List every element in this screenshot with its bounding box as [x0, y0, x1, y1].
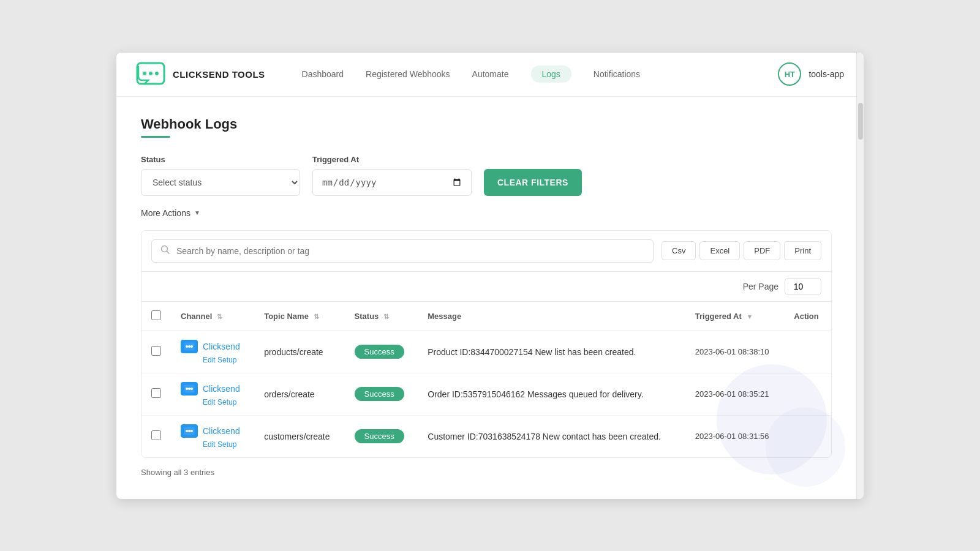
svg-point-17 — [190, 430, 193, 432]
svg-point-9 — [190, 345, 193, 348]
avatar[interactable]: HT — [778, 62, 801, 86]
more-actions-dropdown[interactable]: More Actions ▼ — [141, 208, 832, 218]
svg-point-3 — [155, 72, 159, 75]
row-topic-1: orders/create — [254, 373, 344, 415]
status-select[interactable]: Select status Success Failed — [141, 169, 300, 196]
svg-point-11 — [186, 388, 188, 390]
row-topic-0: products/create — [254, 331, 344, 373]
sort-triggered-icon[interactable]: ▼ — [746, 313, 753, 320]
table-row: Clicksend Edit Setup products/create Suc… — [141, 331, 831, 373]
select-all-checkbox[interactable] — [151, 310, 161, 320]
nav-webhooks[interactable]: Registered Webhooks — [366, 67, 450, 81]
sort-status-icon[interactable]: ⇅ — [383, 313, 389, 320]
per-page-label: Per Page — [743, 282, 778, 291]
date-input[interactable] — [312, 169, 472, 196]
table-toolbar: Csv Excel PDF Print — [141, 231, 831, 272]
table-row: Clicksend Edit Setup orders/create Succe… — [141, 373, 831, 415]
status-label: Status — [141, 155, 300, 164]
svg-point-1 — [143, 72, 146, 75]
nav-logs[interactable]: Logs — [531, 66, 571, 83]
sort-channel-icon[interactable]: ⇅ — [217, 313, 222, 320]
export-csv-button[interactable]: Csv — [662, 241, 696, 260]
row-triggered-1: 2023-06-01 08:35:21 — [685, 373, 785, 415]
row-checkbox-cell — [141, 331, 171, 373]
clear-filters-button[interactable]: CLEAR FILTERS — [484, 169, 582, 196]
col-message: Message — [418, 302, 685, 331]
filters-row: Status Select status Success Failed Trig… — [141, 155, 832, 196]
scrollbar[interactable] — [856, 53, 864, 499]
row-triggered-0: 2023-06-01 08:38:10 — [685, 331, 785, 373]
browser-window: CLICKSEND TOOLS Dashboard Registered Web… — [116, 53, 864, 499]
export-print-button[interactable]: Print — [784, 241, 821, 260]
edit-setup-1[interactable]: Edit Setup — [203, 398, 244, 407]
main-content: Webhook Logs Status Select status Succes… — [116, 97, 856, 499]
user-name: tools-app — [809, 69, 844, 79]
svg-line-5 — [167, 251, 170, 253]
svg-point-8 — [188, 345, 190, 348]
col-channel: Channel ⇅ — [171, 302, 254, 331]
row-checkbox-2[interactable] — [151, 430, 161, 440]
row-channel-0: Clicksend Edit Setup — [171, 331, 254, 373]
svg-point-15 — [186, 430, 188, 432]
row-status-1: Success — [345, 373, 418, 415]
export-pdf-button[interactable]: PDF — [744, 241, 780, 260]
main-nav: Dashboard Registered Webhooks Automate L… — [302, 66, 778, 83]
table-container: Csv Excel PDF Print Per Page — [141, 230, 832, 458]
svg-point-13 — [190, 388, 193, 390]
select-all-cell — [141, 302, 171, 331]
scroll-thumb[interactable] — [858, 103, 863, 140]
row-status-2: Success — [345, 415, 418, 457]
channel-name-2[interactable]: Clicksend — [203, 426, 240, 436]
row-action-0 — [784, 331, 831, 373]
status-filter-group: Status Select status Success Failed — [141, 155, 300, 196]
logs-table: Channel ⇅ Topic Name ⇅ Status ⇅ Message … — [141, 302, 831, 457]
logo-text: CLICKSEND TOOLS — [173, 69, 265, 80]
triggered-at-label: Triggered At — [312, 155, 472, 164]
sort-topic-icon[interactable]: ⇅ — [314, 313, 319, 320]
row-message-1: Order ID:5357915046162 Messages queued f… — [418, 373, 685, 415]
channel-icon-2 — [181, 424, 198, 438]
channel-name-1[interactable]: Clicksend — [203, 384, 240, 394]
row-message-2: Customer ID:7031638524178 New contact ha… — [418, 415, 685, 457]
col-status: Status ⇅ — [345, 302, 418, 331]
row-checkbox-cell — [141, 415, 171, 457]
date-filter-group: Triggered At — [312, 155, 472, 196]
row-checkbox-0[interactable] — [151, 346, 161, 356]
channel-icon-0 — [181, 340, 198, 353]
col-action: Action — [784, 302, 831, 331]
user-area: HT tools-app — [778, 62, 844, 86]
row-action-2 — [784, 415, 831, 457]
search-wrap — [151, 239, 654, 263]
row-checkbox-1[interactable] — [151, 388, 161, 398]
row-channel-1: Clicksend Edit Setup — [171, 373, 254, 415]
row-message-0: Product ID:8344700027154 New list has be… — [418, 331, 685, 373]
edit-setup-0[interactable]: Edit Setup — [203, 356, 244, 364]
status-badge-1: Success — [355, 387, 404, 401]
svg-point-16 — [188, 430, 190, 432]
export-excel-button[interactable]: Excel — [699, 241, 740, 260]
search-input[interactable] — [176, 246, 644, 256]
per-page-row: Per Page — [141, 272, 831, 302]
title-underline — [141, 136, 170, 138]
nav-notifications[interactable]: Notifications — [594, 67, 640, 81]
channel-name-0[interactable]: Clicksend — [203, 342, 240, 351]
channel-icon-1 — [181, 382, 198, 395]
showing-entries: Showing all 3 entries — [141, 458, 832, 479]
status-badge-2: Success — [355, 429, 404, 443]
row-channel-2: Clicksend Edit Setup — [171, 415, 254, 457]
row-topic-2: customers/create — [254, 415, 344, 457]
edit-setup-2[interactable]: Edit Setup — [203, 440, 244, 449]
row-action-1 — [784, 373, 831, 415]
export-buttons: Csv Excel PDF Print — [662, 241, 821, 260]
logo-icon — [136, 59, 165, 89]
row-triggered-2: 2023-06-01 08:31:56 — [685, 415, 785, 457]
header: CLICKSEND TOOLS Dashboard Registered Web… — [116, 53, 864, 97]
col-triggered-at: Triggered At ▼ — [685, 302, 785, 331]
svg-point-2 — [149, 72, 153, 75]
nav-dashboard[interactable]: Dashboard — [302, 67, 344, 81]
nav-automate[interactable]: Automate — [472, 67, 509, 81]
svg-point-7 — [186, 345, 188, 348]
row-checkbox-cell — [141, 373, 171, 415]
chevron-down-icon: ▼ — [194, 209, 200, 216]
per-page-input[interactable] — [785, 278, 821, 295]
